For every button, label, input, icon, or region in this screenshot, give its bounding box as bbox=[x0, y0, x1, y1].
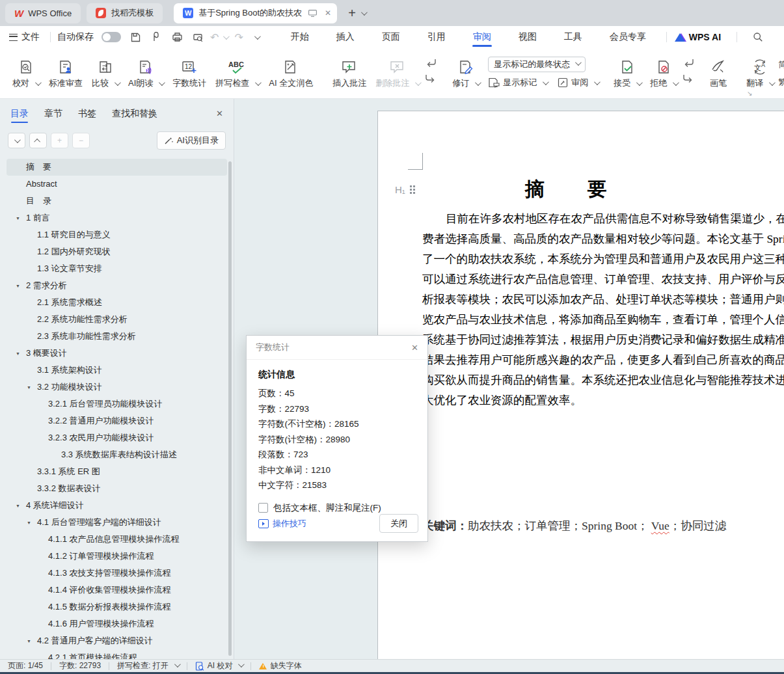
new-tab-button[interactable]: + bbox=[348, 6, 356, 21]
autosave-control[interactable]: 自动保存 bbox=[57, 31, 121, 43]
insert-comment-button[interactable]: 插入批注 bbox=[328, 54, 371, 90]
sidebar-tab-目录[interactable]: 目录 bbox=[10, 99, 29, 128]
toc-item[interactable]: ▼1 前言 bbox=[7, 209, 227, 226]
compare-button[interactable]: 比较 bbox=[87, 54, 124, 90]
toc-item[interactable]: 目 录 bbox=[7, 193, 227, 209]
toc-item[interactable]: ▼4.2 普通用户客户端的详细设计 bbox=[7, 632, 227, 649]
wps-ai-button[interactable]: WPS AI bbox=[675, 32, 721, 42]
translate-dialog-launcher-icon[interactable]: ↘ bbox=[747, 90, 752, 97]
toc-item[interactable]: 3.2.3 农民用户功能模块设计 bbox=[7, 429, 227, 446]
new-tab-caret-icon[interactable] bbox=[361, 9, 368, 16]
redo-icon[interactable]: ↷ bbox=[234, 31, 243, 44]
tab-close-icon[interactable]: ✕ bbox=[325, 8, 331, 18]
undo-caret-icon[interactable] bbox=[223, 33, 230, 40]
toc-item[interactable]: 摘 要 bbox=[7, 159, 227, 176]
missing-font-warning[interactable]: 缺失字体 bbox=[259, 660, 301, 671]
toc-item[interactable]: 3.2.2 普通用户功能模块设计 bbox=[7, 412, 227, 429]
toc-item[interactable]: 4.2.1 首页模块操作流程 bbox=[7, 649, 227, 660]
page-indicator[interactable]: 页面: 1/45 bbox=[8, 660, 43, 671]
next-change-icon[interactable] bbox=[682, 74, 695, 84]
toc-item[interactable]: 1.1 研究目的与意义 bbox=[7, 226, 227, 243]
autosave-toggle[interactable] bbox=[101, 32, 121, 42]
ai-proofread-status[interactable]: AI 校对 bbox=[195, 660, 243, 671]
toc-item[interactable]: Abstract bbox=[7, 176, 227, 193]
tab-docer-templates[interactable]: 找稻壳模板 bbox=[87, 3, 163, 23]
toc-item[interactable]: 3.3.2 数据表设计 bbox=[7, 480, 227, 497]
review-pane-button[interactable]: 审阅 bbox=[558, 77, 599, 88]
sidebar-scrollbar[interactable] bbox=[228, 161, 232, 656]
print-preview-icon[interactable] bbox=[191, 31, 204, 44]
spell-check-button[interactable]: ABC 拼写检查 bbox=[211, 54, 264, 90]
toc-item[interactable]: 4.1.2 订单管理模块操作流程 bbox=[7, 548, 227, 565]
share-screen-icon[interactable] bbox=[308, 10, 317, 17]
tab-wps-office[interactable]: W WPS Office bbox=[5, 3, 81, 23]
next-comment-icon[interactable] bbox=[424, 74, 437, 84]
document-page[interactable]: H₁ 摘 要 目前在许多农村地区存在农产品供需信息不对称导致销售渠道少，在市场消… bbox=[377, 111, 784, 660]
toc-item[interactable]: 3.1 系统架构设计 bbox=[7, 362, 227, 379]
toc-item[interactable]: ▼4 系统详细设计 bbox=[7, 497, 227, 514]
toc-item[interactable]: 4.1.5 数据分析报表模块操作流程 bbox=[7, 599, 227, 615]
toc-item[interactable]: 4.1.4 评价收集管理模块操作流程 bbox=[7, 582, 227, 599]
toc-item[interactable]: ▼2 需求分析 bbox=[7, 277, 227, 294]
menu-tab-审阅[interactable]: 审阅 bbox=[459, 26, 505, 48]
menu-tab-会员专享[interactable]: 会员专享 bbox=[596, 26, 660, 48]
toc-item[interactable]: 4.1.6 用户管理模块操作流程 bbox=[7, 615, 227, 632]
show-marks-button[interactable]: 显示标记 bbox=[488, 77, 547, 88]
word-count-indicator[interactable]: 字数: 22793 bbox=[59, 660, 101, 671]
file-menu[interactable]: 文件 bbox=[9, 31, 40, 43]
toc-item[interactable]: 1.3 论文章节安排 bbox=[7, 260, 227, 277]
ai-read-button[interactable]: AI朗读 bbox=[124, 54, 168, 90]
toc-item[interactable]: 2.2 系统功能性需求分析 bbox=[7, 311, 227, 328]
sidebar-close-icon[interactable]: ✕ bbox=[216, 109, 223, 118]
toc-item[interactable]: 4.1.1 农产品信息管理模块操作流程 bbox=[7, 531, 227, 548]
ink-brush-button[interactable]: 画笔 bbox=[705, 54, 731, 90]
toc-item[interactable]: 2.3 系统非功能性需求分析 bbox=[7, 328, 227, 345]
collapse-arrow-icon[interactable]: ▼ bbox=[16, 345, 20, 362]
toc-item[interactable]: 3.3 系统数据库表结构设计描述 bbox=[7, 446, 227, 463]
collapse-arrow-icon[interactable]: ▼ bbox=[16, 210, 20, 227]
delete-comment-button[interactable]: 删除批注 bbox=[371, 54, 424, 90]
menu-tab-插入[interactable]: 插入 bbox=[323, 26, 368, 48]
tab-document[interactable]: W 基于Spring Boot的助农扶农 ✕ bbox=[174, 3, 337, 23]
previous-comment-icon[interactable] bbox=[424, 58, 437, 68]
menu-tab-页面[interactable]: 页面 bbox=[368, 26, 414, 48]
toc-item[interactable]: ▼3 概要设计 bbox=[7, 345, 227, 362]
checkbox[interactable] bbox=[258, 503, 268, 513]
translate-button[interactable]: 文A 翻译 bbox=[742, 54, 778, 90]
toc-item[interactable]: 2.1 系统需求概述 bbox=[7, 294, 227, 311]
collapse-arrow-icon[interactable]: ▼ bbox=[16, 278, 20, 295]
collapse-arrow-icon[interactable]: ▼ bbox=[27, 379, 31, 396]
expand-all-button[interactable] bbox=[29, 133, 47, 148]
dialog-close-icon[interactable]: ✕ bbox=[411, 343, 418, 353]
toc-item[interactable]: 4.1.3 农技支持管理模块操作流程 bbox=[7, 565, 227, 582]
promote-button[interactable]: + bbox=[51, 133, 68, 148]
quickbar-more-caret-icon[interactable] bbox=[254, 33, 261, 40]
ai-polish-button[interactable]: AI 全文润色 bbox=[264, 54, 318, 90]
dialog-titlebar[interactable]: 字数统计 ✕ bbox=[247, 336, 427, 360]
toc-item[interactable]: 1.2 国内外研究现状 bbox=[7, 243, 227, 260]
close-button[interactable]: 关闭 bbox=[379, 514, 418, 533]
undo-icon[interactable]: ↶ bbox=[210, 31, 219, 44]
print-icon[interactable] bbox=[170, 31, 183, 44]
to-traditional-button[interactable]: 简→ 转繁 bbox=[778, 59, 784, 70]
save-icon[interactable] bbox=[129, 31, 142, 44]
accept-button[interactable]: 接受 bbox=[609, 54, 645, 90]
previous-change-icon[interactable] bbox=[682, 58, 695, 68]
collapse-arrow-icon[interactable]: ▼ bbox=[16, 498, 20, 515]
menu-tab-视图[interactable]: 视图 bbox=[505, 26, 550, 48]
ai-recognize-toc-button[interactable]: AI识别目录 bbox=[157, 131, 226, 150]
standard-review-button[interactable]: 标准审查 bbox=[44, 54, 87, 90]
sidebar-tab-书签[interactable]: 书签 bbox=[78, 99, 96, 128]
collapse-arrow-icon[interactable]: ▼ bbox=[27, 515, 31, 532]
proofread-button[interactable]: 校对 bbox=[8, 54, 44, 90]
menu-tab-工具[interactable]: 工具 bbox=[550, 26, 596, 48]
marks-state-combobox[interactable]: 显示标记的最终状态 bbox=[488, 57, 586, 72]
track-changes-button[interactable]: 修订 bbox=[448, 54, 484, 90]
word-count-button[interactable]: 12 字数统计 bbox=[168, 54, 211, 90]
to-simplified-button[interactable]: 繁→ 转简 bbox=[778, 76, 784, 88]
toc-item[interactable]: ▼3.2 功能模块设计 bbox=[7, 379, 227, 396]
spellcheck-status[interactable]: 拼写检查: 打开 bbox=[117, 660, 179, 671]
reject-button[interactable]: 拒绝 bbox=[645, 54, 682, 90]
toc-item[interactable]: 3.2.1 后台管理员功能模块设计 bbox=[7, 396, 227, 412]
collapse-all-button[interactable] bbox=[8, 133, 25, 148]
